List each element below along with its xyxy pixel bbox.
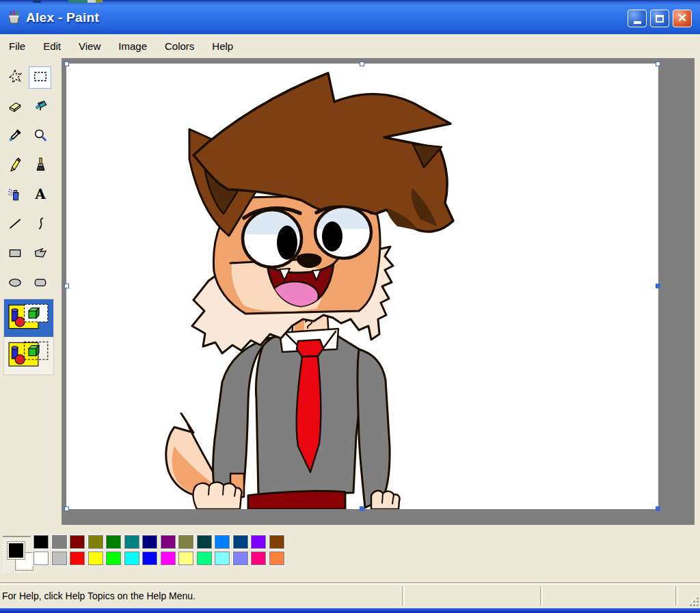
title-bar: Alex - Paint ✕ bbox=[0, 0, 700, 34]
paint-window: Alex - Paint ✕ File Edit View Image Colo… bbox=[0, 0, 700, 613]
palette-color-000080[interactable] bbox=[142, 534, 158, 549]
palette-color-00ff80[interactable] bbox=[196, 551, 213, 566]
pick-color-icon bbox=[7, 127, 23, 146]
minimize-button[interactable] bbox=[628, 10, 647, 27]
palette-color-8080ff[interactable] bbox=[232, 551, 249, 566]
divider bbox=[0, 582, 700, 585]
window-title: Alex - Paint bbox=[26, 10, 99, 25]
canvas-handle-bottom-left bbox=[64, 506, 69, 511]
tool-magnifier[interactable] bbox=[29, 125, 51, 148]
fox-pupil-right bbox=[322, 221, 342, 251]
opaque-selection-icon bbox=[8, 302, 49, 334]
option-opaque-selection[interactable] bbox=[4, 299, 53, 337]
tool-text[interactable]: A bbox=[29, 184, 51, 206]
tool-ellipse[interactable] bbox=[3, 272, 26, 295]
status-separator bbox=[675, 586, 678, 605]
palette-color-000000[interactable] bbox=[33, 534, 49, 549]
resize-grip[interactable] bbox=[689, 597, 699, 606]
menu-view[interactable]: View bbox=[70, 38, 109, 55]
current-colors-indicator[interactable] bbox=[3, 536, 31, 573]
palette-color-ffff00[interactable] bbox=[88, 551, 104, 566]
palette-color-008000[interactable] bbox=[105, 534, 122, 549]
paint-app-icon bbox=[6, 9, 22, 25]
tool-polygon[interactable] bbox=[29, 243, 51, 265]
palette-color-ff0080[interactable] bbox=[250, 551, 267, 566]
option-transparent-selection[interactable] bbox=[4, 337, 53, 374]
palette-color-800080[interactable] bbox=[160, 534, 176, 549]
tool-pick-color[interactable] bbox=[3, 125, 26, 148]
canvas-handle-left-center bbox=[64, 284, 69, 288]
canvas-handle-top-left bbox=[64, 62, 69, 66]
palette-color-8000ff[interactable] bbox=[250, 534, 267, 549]
free-form-select-icon bbox=[7, 68, 23, 87]
tool-eraser[interactable] bbox=[3, 96, 26, 118]
palette-color-ffff80[interactable] bbox=[178, 551, 194, 566]
menu-edit[interactable]: Edit bbox=[34, 38, 70, 55]
close-icon: ✕ bbox=[677, 12, 687, 24]
tool-select[interactable] bbox=[29, 66, 51, 89]
menu-bar: File Edit View Image Colors Help bbox=[0, 34, 700, 58]
palette-color-c0c0c0[interactable] bbox=[51, 551, 68, 566]
palette-color-ffffff[interactable] bbox=[33, 551, 49, 566]
palette-color-ff0000[interactable] bbox=[69, 551, 85, 566]
curve-icon bbox=[32, 215, 49, 234]
drawing-canvas[interactable] bbox=[66, 64, 658, 509]
palette-color-800000[interactable] bbox=[69, 534, 85, 549]
text-icon: A bbox=[32, 186, 49, 205]
close-button[interactable]: ✕ bbox=[673, 10, 692, 27]
palette-color-0000ff[interactable] bbox=[142, 551, 158, 566]
palette-color-808000[interactable] bbox=[88, 534, 104, 549]
palette-color-ff00ff[interactable] bbox=[160, 551, 176, 566]
tool-airbrush[interactable] bbox=[3, 184, 26, 206]
svg-text:A: A bbox=[34, 186, 46, 202]
tool-line[interactable] bbox=[3, 213, 26, 236]
canvas-handle-top-center bbox=[360, 62, 364, 66]
tool-rectangle[interactable] bbox=[3, 243, 26, 265]
window-bottom-border bbox=[0, 608, 700, 613]
canvas-handle-top-right bbox=[656, 62, 660, 66]
polygon-icon bbox=[32, 245, 49, 264]
eraser-icon bbox=[7, 98, 23, 117]
workspace bbox=[62, 58, 695, 525]
canvas-handle-right-center[interactable] bbox=[656, 284, 660, 288]
palette-color-00ffff[interactable] bbox=[124, 551, 140, 566]
palette-color-004080[interactable] bbox=[232, 534, 249, 549]
menu-colors[interactable]: Colors bbox=[156, 38, 203, 55]
menu-image[interactable]: Image bbox=[109, 38, 156, 55]
tool-curve[interactable] bbox=[29, 213, 51, 236]
palette-color-ff8040[interactable] bbox=[269, 551, 285, 566]
magnifier-icon bbox=[32, 127, 49, 146]
palette-color-808080[interactable] bbox=[51, 534, 68, 549]
tool-fill-with-color[interactable] bbox=[29, 96, 51, 118]
palette-color-008080[interactable] bbox=[124, 534, 140, 549]
tool-options-box bbox=[3, 299, 54, 375]
tool-rounded-rectangle[interactable] bbox=[29, 272, 51, 295]
menu-file[interactable]: File bbox=[0, 38, 34, 55]
tool-brush[interactable] bbox=[29, 154, 51, 177]
desktop-fragment bbox=[33, 0, 41, 3]
fox-belt bbox=[248, 491, 345, 509]
palette-color-004040[interactable] bbox=[196, 534, 213, 549]
foreground-color-swatch bbox=[8, 542, 25, 559]
tool-free-form-select[interactable] bbox=[3, 66, 26, 89]
brush-icon bbox=[32, 156, 49, 176]
palette-color-00ff00[interactable] bbox=[105, 551, 122, 566]
menu-help[interactable]: Help bbox=[203, 38, 242, 55]
palette-color-0080ff[interactable] bbox=[214, 534, 230, 549]
canvas-handle-bottom-center[interactable] bbox=[360, 506, 364, 511]
palette-color-80ffff[interactable] bbox=[214, 551, 230, 566]
palette-color-804000[interactable] bbox=[269, 534, 285, 549]
fill-with-color-icon bbox=[32, 98, 49, 117]
rectangle-icon bbox=[7, 245, 23, 264]
airbrush-icon bbox=[7, 186, 23, 205]
canvas-handle-bottom-right[interactable] bbox=[656, 506, 660, 511]
main-area: A bbox=[0, 58, 700, 530]
tool-pencil[interactable] bbox=[3, 154, 26, 177]
palette-color-808040[interactable] bbox=[178, 534, 194, 549]
tool-box: A bbox=[0, 58, 62, 530]
ellipse-icon bbox=[7, 274, 23, 293]
maximize-button[interactable] bbox=[650, 10, 669, 27]
minimize-icon bbox=[634, 21, 641, 24]
color-box bbox=[0, 530, 700, 581]
status-separator bbox=[402, 586, 405, 605]
